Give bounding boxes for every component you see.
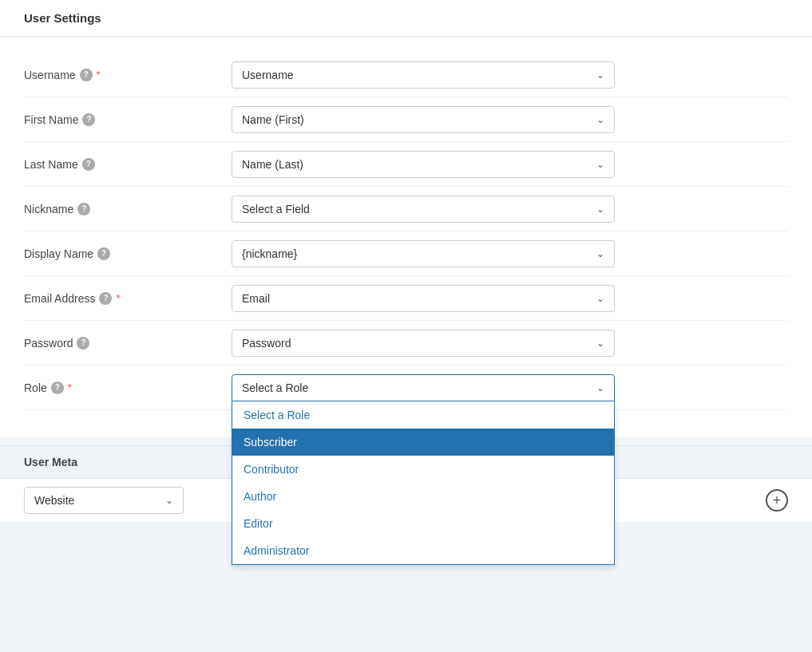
chevron-down-icon: ⌄ [596, 338, 604, 349]
form-area: Username ? * Username ⌄ First Name ? Nam… [0, 37, 812, 437]
label-last-name: Last Name ? [24, 158, 232, 171]
dropdown-username[interactable]: Username ⌄ [232, 61, 615, 89]
label-username: Username ? * [24, 69, 232, 81]
form-row-first-name: First Name ? Name (First) ⌄ [24, 97, 788, 142]
help-icon-password[interactable]: ? [77, 337, 89, 350]
required-username: * [97, 69, 101, 81]
control-role: Select a Role ⌄ Select a Role Subscriber… [232, 374, 788, 401]
help-icon-first-name[interactable]: ? [82, 113, 95, 126]
chevron-down-icon: ⌄ [596, 114, 604, 125]
section-title: User Settings [24, 11, 101, 25]
user-meta-label: User Meta [24, 456, 77, 468]
dropdown-nickname[interactable]: Select a Field ⌄ [232, 196, 615, 223]
help-icon-role[interactable]: ? [51, 381, 64, 394]
dropdown-website[interactable]: Website ⌄ [24, 487, 184, 514]
dropdown-display-name[interactable]: {nickname} ⌄ [232, 240, 615, 267]
control-email: Email ⌄ [232, 285, 788, 312]
help-icon-username[interactable]: ? [80, 69, 93, 81]
chevron-down-icon: ⌄ [596, 204, 604, 215]
form-row-nickname: Nickname ? Select a Field ⌄ [24, 187, 788, 231]
required-role: * [68, 381, 72, 393]
label-display-name: Display Name ? [24, 247, 232, 260]
label-role: Role ? * [24, 381, 232, 394]
control-password: Password ⌄ [232, 330, 788, 357]
website-label: Website [34, 494, 74, 507]
chevron-down-icon: ⌄ [596, 248, 604, 259]
role-option-subscriber[interactable]: Subscriber [232, 429, 614, 456]
label-password: Password ? [24, 337, 232, 350]
label-first-name: First Name ? [24, 113, 232, 126]
help-icon-nickname[interactable]: ? [77, 203, 90, 215]
chevron-down-icon: ⌄ [596, 159, 604, 170]
dropdown-first-name[interactable]: Name (First) ⌄ [232, 106, 615, 133]
dropdown-email[interactable]: Email ⌄ [232, 285, 615, 312]
control-first-name: Name (First) ⌄ [232, 106, 788, 133]
chevron-down-icon: ⌄ [596, 69, 604, 81]
control-username: Username ⌄ [232, 61, 788, 89]
chevron-down-icon: ⌄ [596, 293, 604, 304]
form-row-display-name: Display Name ? {nickname} ⌄ [24, 231, 788, 276]
add-field-button[interactable]: + [766, 489, 788, 512]
form-row-password: Password ? Password ⌄ [24, 321, 788, 366]
form-row-username: Username ? * Username ⌄ [24, 53, 788, 97]
help-icon-email[interactable]: ? [99, 292, 112, 305]
label-nickname: Nickname ? [24, 203, 232, 215]
add-icon: + [773, 492, 782, 509]
page-container: User Settings Username ? * Username ⌄ Fi… [0, 0, 812, 652]
section-header: User Settings [0, 0, 812, 37]
chevron-down-icon-bottom: ⌄ [165, 495, 173, 506]
chevron-down-icon: ⌄ [596, 382, 604, 393]
role-option-author[interactable]: Author [232, 483, 614, 510]
help-icon-display-name[interactable]: ? [97, 247, 110, 260]
control-display-name: {nickname} ⌄ [232, 240, 788, 267]
control-nickname: Select a Field ⌄ [232, 196, 788, 223]
form-row-role: Role ? * Select a Role ⌄ Select a Role S… [24, 366, 788, 410]
role-option-select-a-role[interactable]: Select a Role [232, 401, 614, 429]
required-email: * [116, 292, 120, 304]
help-icon-last-name[interactable]: ? [82, 158, 95, 171]
label-email: Email Address ? * [24, 292, 232, 305]
role-option-contributor[interactable]: Contributor [232, 456, 614, 483]
role-dropdown-menu: Select a Role Subscriber Contributor Aut… [232, 401, 615, 565]
role-option-editor[interactable]: Editor [232, 510, 614, 537]
select-field-label: Select a Field [242, 203, 310, 215]
dropdown-last-name[interactable]: Name (Last) ⌄ [232, 151, 615, 178]
dropdown-role[interactable]: Select a Role ⌄ [232, 374, 615, 401]
form-row-last-name: Last Name ? Name (Last) ⌄ [24, 142, 788, 187]
dropdown-password[interactable]: Password ⌄ [232, 330, 615, 357]
control-last-name: Name (Last) ⌄ [232, 151, 788, 178]
form-row-email: Email Address ? * Email ⌄ [24, 276, 788, 321]
role-option-administrator[interactable]: Administrator [232, 537, 614, 564]
